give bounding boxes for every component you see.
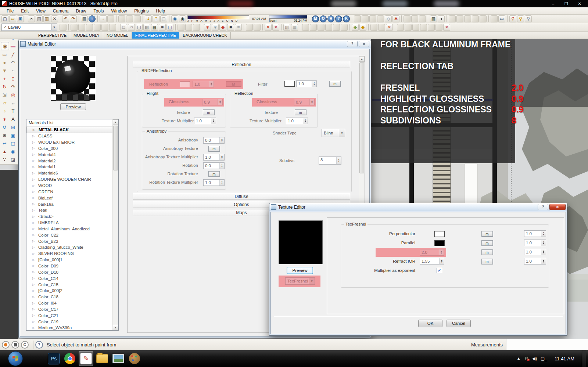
scroll-up-icon[interactable]: ▲ xyxy=(113,119,118,125)
close-dialog-button[interactable]: ✕ xyxy=(549,204,566,210)
expand-arrow-icon[interactable]: ▷ xyxy=(32,277,36,280)
tool-dimension[interactable]: ↔ xyxy=(9,99,17,107)
menu-edit[interactable]: Edit xyxy=(17,8,32,14)
chevron-down-icon[interactable]: ▼ xyxy=(339,129,345,137)
geolocation-icon[interactable] xyxy=(2,341,10,349)
diamond-icon[interactable]: ◇ xyxy=(385,15,392,22)
material-preview-button[interactable]: Preview xyxy=(60,103,86,110)
tool-paint-bucket[interactable]: ◉ xyxy=(1,42,9,50)
paste-icon[interactable]: ▥ xyxy=(43,15,50,22)
expand-arrow-icon[interactable]: ▷ xyxy=(32,184,36,187)
rotation-texture-button[interactable]: m xyxy=(208,171,220,177)
component-window-icon[interactable] xyxy=(78,24,85,31)
filter-amount-spinner[interactable]: 1.0▲▼ xyxy=(296,80,317,87)
menu-window[interactable]: Window xyxy=(108,8,131,14)
spiral-c-icon[interactable] xyxy=(412,24,419,31)
scene-tab-perspective[interactable]: PERSPECTIVE xyxy=(35,32,70,39)
cancel-button[interactable]: Cancel xyxy=(447,320,471,327)
material-item[interactable]: ▷Material2 xyxy=(26,158,118,164)
tool-rectangle[interactable]: ▭ xyxy=(1,51,8,58)
anisotropy-spinner[interactable]: 0.0▲▼ xyxy=(203,137,225,144)
material-editor-titlebar[interactable]: Material Editor ? ✕ xyxy=(19,40,371,48)
help-button[interactable]: ? xyxy=(347,41,358,47)
flag-b-icon[interactable] xyxy=(377,15,384,22)
material-item[interactable]: ▷<Black> xyxy=(26,213,118,220)
texture-type-dropdown[interactable]: TexFresnel ▼ xyxy=(285,277,315,285)
cup-b-icon[interactable] xyxy=(185,24,192,31)
expand-arrow-icon[interactable]: ▷ xyxy=(32,270,36,274)
tool-position-camera[interactable]: ▲ xyxy=(1,148,8,155)
material-item[interactable]: ▷SILVER ROOFING xyxy=(26,251,118,257)
shield-e-icon[interactable] xyxy=(333,24,340,31)
scene-tab-no-model[interactable]: NO MODEL xyxy=(103,32,132,39)
material-item[interactable]: ▷[Color_000]1 xyxy=(26,257,118,263)
tool-axes[interactable]: ∗ xyxy=(1,115,8,123)
help-button[interactable]: ? xyxy=(538,204,548,210)
tray-expand-icon[interactable]: ▲ xyxy=(516,356,521,361)
make-component-icon[interactable] xyxy=(126,15,133,22)
expand-arrow-icon[interactable]: ▷ xyxy=(32,314,36,317)
scrollbar-thumb[interactable] xyxy=(359,62,364,173)
menu-tools[interactable]: Tools xyxy=(90,8,108,14)
subdivs-spinner[interactable]: 8▲▼ xyxy=(319,156,341,165)
upload-all-icon[interactable]: ↥ xyxy=(153,15,159,22)
place-component-icon[interactable] xyxy=(118,15,125,22)
parallel-multiplier-spinner[interactable]: 1.0▲▼ xyxy=(524,240,546,246)
tool-line[interactable]: ╱ xyxy=(9,51,17,58)
material-item[interactable]: ▷Color_C22 xyxy=(26,232,118,238)
reflection-map-button[interactable]: M xyxy=(226,81,241,87)
tool-zoom-extents[interactable]: ▢ xyxy=(9,140,17,147)
texture-multiplier-spinner[interactable]: 1.0▲▼ xyxy=(194,118,216,124)
scatter-a-icon[interactable]: ✕ xyxy=(265,24,272,31)
shield-f-icon[interactable] xyxy=(341,24,348,31)
expand-arrow-icon[interactable]: ▷ xyxy=(32,233,36,237)
tool-zoom[interactable]: ⊕ xyxy=(1,132,8,139)
contrast-icon[interactable]: ◑ xyxy=(438,15,445,22)
material-item[interactable]: ▷[Color_000]2 xyxy=(26,288,118,294)
measurements-input[interactable] xyxy=(506,339,588,350)
badge-o-icon[interactable]: O xyxy=(320,15,327,22)
rotation-texture-multiplier-spinner[interactable]: 1.0▲▼ xyxy=(203,179,225,186)
chevron-down-icon[interactable]: ▼ xyxy=(309,278,315,284)
taskbar-paint[interactable] xyxy=(127,351,142,366)
basket-b-icon[interactable] xyxy=(254,24,261,31)
tool-orbit[interactable]: ↺ xyxy=(1,123,8,131)
material-item[interactable]: ▷Cladding_Stucco_White xyxy=(26,244,118,251)
copy-icon[interactable]: ▤ xyxy=(36,15,43,22)
badge-m-icon[interactable]: M xyxy=(312,15,319,22)
material-item[interactable]: ▷Color_I04 xyxy=(26,300,118,306)
component-sampler-icon[interactable] xyxy=(107,15,114,22)
material-item[interactable]: ▷Color_000 xyxy=(26,145,118,152)
reflection-color-swatch[interactable] xyxy=(180,81,190,87)
layer-combo[interactable]: ✓ Layer0 ▼ xyxy=(1,24,57,31)
spiral-d-icon[interactable] xyxy=(420,24,427,31)
menu-camera[interactable]: Camera xyxy=(49,8,72,14)
tool-circle[interactable]: ● xyxy=(1,59,8,66)
material-item[interactable]: ▷Material4 xyxy=(26,151,118,158)
ior-map-button[interactable]: m xyxy=(481,249,493,255)
textured-icon[interactable]: ▩ xyxy=(151,24,158,31)
shield-d-icon[interactable] xyxy=(325,24,332,31)
ok-button[interactable]: OK xyxy=(418,320,442,327)
credits-person-icon[interactable] xyxy=(11,341,19,349)
perpendicular-map-button[interactable]: m xyxy=(481,231,493,237)
credits-icon[interactable]: C xyxy=(21,341,29,349)
refract-ior-map-button[interactable]: m xyxy=(481,259,493,265)
scatter-b-icon[interactable]: ✕ xyxy=(272,24,279,31)
roof-icon[interactable] xyxy=(94,24,101,31)
redo-icon[interactable]: ↷ xyxy=(70,15,77,22)
expand-arrow-icon[interactable]: ▷ xyxy=(32,215,36,218)
orb-icon[interactable] xyxy=(354,15,361,22)
menu-file[interactable]: File xyxy=(3,8,17,14)
close-dialog-button[interactable]: ✕ xyxy=(359,41,369,47)
volume-icon[interactable]: ◀) xyxy=(532,356,537,361)
expand-arrow-icon[interactable]: ▷ xyxy=(32,153,36,156)
expand-arrow-icon[interactable]: ▷ xyxy=(32,172,36,175)
tool-move[interactable]: + xyxy=(1,75,8,83)
fog-icon[interactable]: ≋ xyxy=(235,24,242,31)
tool-walk[interactable]: ∵ xyxy=(1,156,8,163)
taskbar-chrome[interactable] xyxy=(62,351,77,366)
pin-gray-icon[interactable]: ⚲ xyxy=(525,15,532,22)
plant-a-icon[interactable] xyxy=(370,24,377,31)
edge-style-2-icon[interactable] xyxy=(456,15,463,22)
